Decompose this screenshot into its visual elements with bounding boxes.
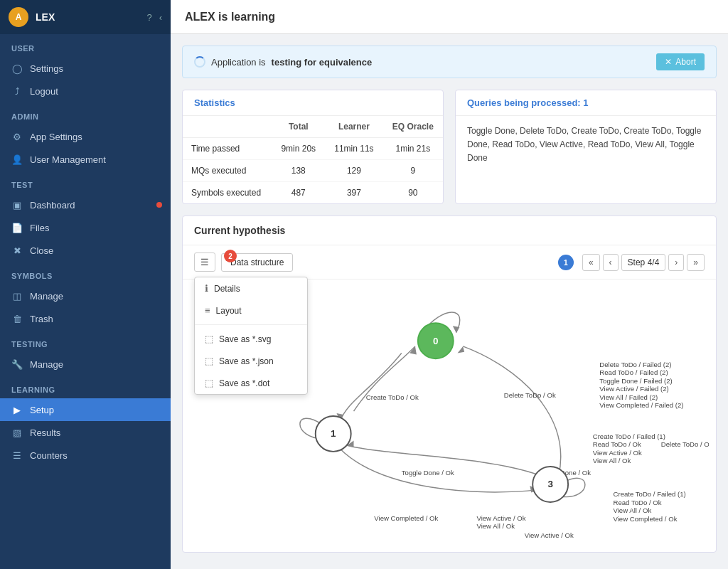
queries-panel: Queries being processed: 1 Toggle Done, … [455,90,717,204]
dropdown-item-save-svg[interactable]: ⬚ Save as *.svg [195,328,307,350]
abort-button[interactable]: ✕ Abort [656,53,705,70]
col-header-label [183,116,272,138]
nav-next-button[interactable]: › [668,254,684,271]
edge-label: Delete ToDo / Ok [504,391,556,399]
sidebar-item-label: Files [30,223,49,233]
sidebar-item-label: Dashboard [30,200,75,211]
row-learner: 11min 11s [325,138,383,160]
nav-first-button[interactable]: « [582,254,600,271]
edge-label: View All / Ok [476,522,515,530]
node-1-label: 1 [331,428,336,439]
edge-label: View Active / Ok [476,514,525,522]
sidebar-item-dashboard[interactable]: ▣ Dashboard [0,193,171,216]
sidebar-item-settings[interactable]: ◯ Settings [0,57,171,80]
sidebar-item-symbols-manage[interactable]: ◫ Manage [0,284,171,307]
row-label: MQs executed [183,160,272,182]
edge-label: View Completed / Failed (2) [599,401,683,409]
dropdown-item-layout[interactable]: ≡ Layout [195,299,307,321]
dropdown-divider [195,324,307,325]
edge-label: View Completed / Ok [374,514,438,522]
file-icon: 📄 [11,222,23,233]
users-icon: 👤 [11,154,23,165]
hypothesis-title: Current hypothesis [183,216,716,245]
sidebar-item-label: Manage [30,359,63,370]
edge-path [463,346,560,477]
row-eq-oracle: 9 [383,160,443,182]
wrench-icon: 🔧 [11,358,23,370]
status-prefix: Application is [211,57,266,68]
sidebar-item-label: Logout [30,86,58,97]
sidebar-item-testing-manage[interactable]: 🔧 Manage [0,353,171,376]
col-header-eq-oracle: EQ Oracle [383,116,443,138]
dropdown-label: Save as *.svg [219,334,271,344]
row-total: 138 [272,160,325,182]
dropdown-label: Details [214,284,240,294]
edge-label: Delete ToDo / Failed (2) [599,361,671,368]
sidebar-item-label: Setup [30,405,54,415]
sidebar-item-files[interactable]: 📄 Files [0,216,171,239]
table-row: Time passed 9min 20s 11min 11s 1min 21s [183,138,443,160]
table-row: MQs executed 138 129 9 [183,160,443,182]
nav-last-button[interactable]: » [687,254,705,271]
sidebar-item-trash[interactable]: 🗑 Trash [0,307,171,330]
app-logo: A [9,7,28,27]
queries-content: Toggle Done, Delete ToDo, Create ToDo, C… [456,116,716,174]
sidebar-item-label: Trash [30,314,53,324]
edge-label: Toggle Done / Failed (2) [599,377,672,385]
save-json-icon: ⬚ [205,356,213,366]
help-icon[interactable]: ? [146,12,151,23]
gear-icon: ⚙ [11,131,23,142]
row-total: 487 [272,182,325,204]
sidebar-item-label: Manage [30,291,63,302]
section-test: test [0,171,171,193]
table-header-row: Total Learner EQ Oracle [183,116,443,138]
step-badge: 1 [558,255,574,270]
statistics-panel: Statistics Total Learner EQ Oracle Time … [182,90,444,204]
arrow-head [458,346,465,353]
sidebar-item-label: Results [30,427,60,438]
main-header: ALEX is learning [171,0,728,34]
sidebar-item-setup[interactable]: ▶ Setup [0,398,171,421]
toolbar-left: ☰ Data structure 2 ℹ Details ≡ [194,252,293,272]
dropdown-item-details[interactable]: ℹ Details [195,277,307,299]
menu-button[interactable]: ☰ [194,252,215,272]
row-eq-oracle: 90 [383,182,443,204]
dropdown-item-save-json[interactable]: ⬚ Save as *.json [195,350,307,372]
sidebar-item-app-settings[interactable]: ⚙ App Settings [0,125,171,148]
edge-label: View All / Ok [593,457,631,464]
sidebar-item-close[interactable]: ✖ Close [0,239,171,262]
section-user: User [0,34,171,57]
node-3-label: 3 [547,479,552,489]
sidebar-item-results[interactable]: ▧ Results [0,421,171,444]
abort-icon: ✕ [665,57,672,67]
sidebar-item-logout[interactable]: ⤴ Logout [0,80,171,102]
nav-prev-button[interactable]: ‹ [603,254,619,271]
row-eq-oracle: 1min 21s [383,138,443,160]
status-bold: testing for equivalence [272,57,373,68]
edge-label: Delete ToDo / Ok [661,440,709,448]
results-icon: ▧ [11,427,23,438]
node-0-label: 0 [433,336,438,346]
save-dot-icon: ⬚ [205,378,213,388]
sidebar-item-user-management[interactable]: 👤 User Management [0,148,171,171]
table-row: Symbols executed 487 397 90 [183,182,443,204]
play-icon: ▶ [11,404,23,415]
hypothesis-section: Current hypothesis ☰ Data structure 2 ℹ … [182,216,717,553]
edge-label: View Completed / Ok [614,515,678,523]
header-icons: ? ‹ [146,12,162,23]
edge-label: Read ToDo / Ok [614,499,662,506]
dropdown-item-save-dot[interactable]: ⬚ Save as *.dot [195,372,307,394]
sidebar-item-label: App Settings [30,132,82,142]
collapse-icon[interactable]: ‹ [159,12,162,23]
edge-label: Read ToDo / Failed (2) [599,368,668,376]
page-title: ALEX is learning [185,11,275,23]
manage-icon: ◫ [11,290,23,302]
row-label: Time passed [183,138,272,160]
edge-label: Toggle Done / Ok [402,469,454,477]
sidebar-item-counters[interactable]: ☰ Counters [0,444,171,467]
dropdown-label: Layout [216,306,242,316]
row-total: 9min 20s [272,138,325,160]
row-learner: 129 [325,160,383,182]
step-text: Step 4/4 [621,254,666,271]
counters-icon: ☰ [11,450,23,461]
